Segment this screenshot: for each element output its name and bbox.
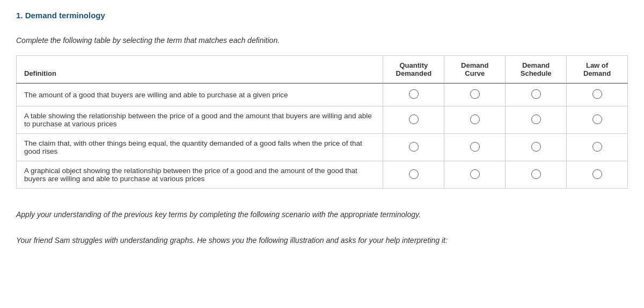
row3-quantity-demanded-radio[interactable] bbox=[409, 142, 419, 152]
demand-table: Definition QuantityDemanded DemandCurve … bbox=[16, 55, 628, 189]
col-header-definition: Definition bbox=[17, 56, 383, 84]
row3-law-of-demand-cell bbox=[567, 134, 628, 161]
scenario-text: Your friend Sam struggles with understan… bbox=[16, 236, 628, 245]
row4-law-of-demand-radio[interactable] bbox=[592, 169, 602, 179]
row4-quantity-demanded-cell bbox=[383, 161, 444, 189]
row4-demand-schedule-radio[interactable] bbox=[531, 169, 541, 179]
row1-demand-schedule-radio[interactable] bbox=[531, 89, 541, 99]
table-instructions: Complete the following table by selectin… bbox=[16, 36, 628, 45]
col-header-demand-schedule: DemandSchedule bbox=[506, 56, 567, 84]
row4-definition: A graphical object showing the relations… bbox=[17, 161, 383, 189]
row3-demand-schedule-radio[interactable] bbox=[531, 142, 541, 152]
table-row: A table showing the relationship between… bbox=[17, 106, 628, 134]
row3-demand-schedule-cell bbox=[506, 134, 567, 161]
row1-quantity-demanded-cell bbox=[383, 83, 444, 106]
row2-demand-schedule-radio[interactable] bbox=[531, 114, 541, 124]
row3-quantity-demanded-cell bbox=[383, 134, 444, 161]
row1-law-of-demand-cell bbox=[567, 83, 628, 106]
row4-demand-curve-cell bbox=[444, 161, 506, 189]
row2-quantity-demanded-cell bbox=[383, 106, 444, 134]
table-row: The amount of a good that buyers are wil… bbox=[17, 83, 628, 106]
row3-law-of-demand-radio[interactable] bbox=[592, 142, 602, 152]
section-title: 1. Demand terminology bbox=[16, 11, 628, 20]
row2-demand-schedule-cell bbox=[506, 106, 567, 134]
col-header-quantity-demanded: QuantityDemanded bbox=[383, 56, 444, 84]
row2-demand-curve-cell bbox=[444, 106, 506, 134]
row3-demand-curve-cell bbox=[444, 134, 506, 161]
row1-definition: The amount of a good that buyers are wil… bbox=[17, 83, 383, 106]
row1-demand-curve-radio[interactable] bbox=[470, 89, 480, 99]
row1-demand-schedule-cell bbox=[506, 83, 567, 106]
row2-definition: A table showing the relationship between… bbox=[17, 106, 383, 134]
row4-demand-schedule-cell bbox=[506, 161, 567, 189]
col-header-demand-curve: DemandCurve bbox=[444, 56, 506, 84]
row3-definition: The claim that, with other things being … bbox=[17, 134, 383, 161]
row2-quantity-demanded-radio[interactable] bbox=[409, 114, 419, 124]
table-row: The claim that, with other things being … bbox=[17, 134, 628, 161]
apply-instructions: Apply your understanding of the previous… bbox=[16, 210, 628, 219]
row3-demand-curve-radio[interactable] bbox=[470, 142, 480, 152]
row2-law-of-demand-radio[interactable] bbox=[592, 114, 602, 124]
row1-law-of-demand-radio[interactable] bbox=[592, 89, 602, 99]
row4-demand-curve-radio[interactable] bbox=[470, 169, 480, 179]
row1-demand-curve-cell bbox=[444, 83, 506, 106]
row2-law-of-demand-cell bbox=[567, 106, 628, 134]
row1-quantity-demanded-radio[interactable] bbox=[409, 89, 419, 99]
row4-quantity-demanded-radio[interactable] bbox=[409, 169, 419, 179]
row4-law-of-demand-cell bbox=[567, 161, 628, 189]
table-row: A graphical object showing the relations… bbox=[17, 161, 628, 189]
col-header-law-of-demand: Law ofDemand bbox=[567, 56, 628, 84]
row2-demand-curve-radio[interactable] bbox=[470, 114, 480, 124]
